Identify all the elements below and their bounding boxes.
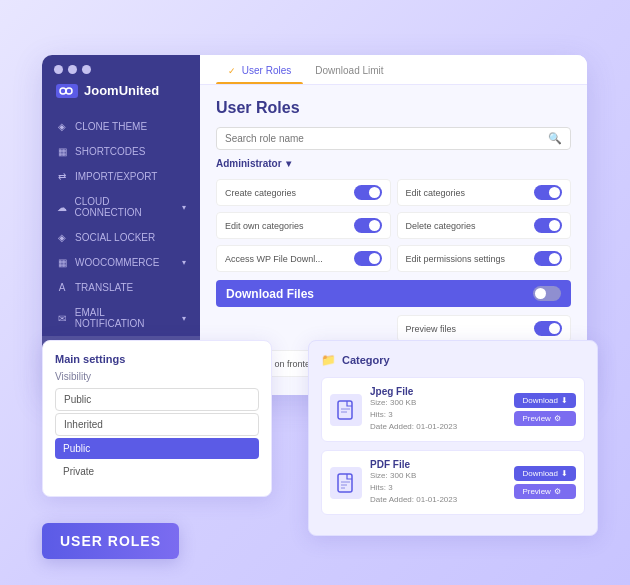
translate-icon: A (56, 282, 68, 293)
sidebar-item-import-export[interactable]: ⇄ IMPORT/EXPORT (42, 164, 200, 189)
tab-download-limit[interactable]: Download Limit (303, 55, 395, 84)
svg-point-1 (66, 88, 72, 94)
download-button-pdf[interactable]: Download ⬇ (514, 466, 576, 481)
sidebar-label-social: SOCIAL LOCKER (75, 232, 155, 243)
user-roles-badge: USER ROLES (42, 523, 179, 559)
woocommerce-icon: ▦ (56, 257, 68, 268)
perm-access-wp: Access WP File Downl... (216, 245, 391, 272)
tab-user-roles-label: User Roles (242, 65, 291, 76)
sidebar-item-email-notification[interactable]: ✉ EMAIL NOTIFICATION ▾ (42, 300, 200, 336)
file-meta-pdf: Size: 300 KB Hits: 3 Date Added: 01-01-2… (370, 470, 506, 506)
maximize-dot (82, 65, 91, 74)
sidebar-label-woo: WOOCOMMERCE (75, 257, 159, 268)
email-icon: ✉ (56, 313, 68, 324)
perm-edit-permissions: Edit permissions settings (397, 245, 572, 272)
toggle-create-categories[interactable] (354, 185, 382, 200)
main-settings-panel: Main settings Visibility Public Inherite… (42, 340, 272, 497)
social-locker-icon: ◈ (56, 232, 68, 243)
perm-delete-categories: Delete categories (397, 212, 572, 239)
sidebar-label-shortcodes: SHORTCODES (75, 146, 145, 157)
perm-edit-own-categories: Edit own categories (216, 212, 391, 239)
toggle-edit-perms[interactable] (534, 251, 562, 266)
chevron-down-icon-2: ▾ (182, 258, 186, 267)
toggle-access-wp[interactable] (354, 251, 382, 266)
visibility-public-selected[interactable]: Public (55, 438, 259, 459)
download-icon: ⬇ (561, 396, 568, 405)
role-selector[interactable]: Administrator ▾ (216, 158, 571, 169)
main-settings-title: Main settings (55, 353, 259, 365)
file-thumb-jpeg (330, 394, 362, 426)
tab-bar: ✓ User Roles Download Limit (200, 55, 587, 85)
perm-edit-categories: Edit categories (397, 179, 572, 206)
sidebar-item-cloud-connection[interactable]: ☁ CLOUD CONNECTION ▾ (42, 189, 200, 225)
file-item-pdf: PDF File Size: 300 KB Hits: 3 Date Added… (321, 450, 585, 515)
sidebar-item-shortcodes[interactable]: ▦ SHORTCODES (42, 139, 200, 164)
file-hits-pdf: Hits: 3 (370, 483, 393, 492)
window-controls (54, 65, 91, 74)
file-name-pdf: PDF File (370, 459, 506, 470)
file-name-jpeg: Jpeg File (370, 386, 506, 397)
visibility-label: Inherited (64, 419, 103, 430)
visibility-public-top[interactable]: Public (55, 388, 259, 411)
perm-label: Create categories (225, 188, 296, 198)
settings-icon: ⚙ (554, 414, 561, 423)
sidebar-item-translate[interactable]: A TRANSLATE (42, 275, 200, 300)
download-label-jpeg: Download (522, 396, 558, 405)
settings-icon-2: ⚙ (554, 487, 561, 496)
search-input[interactable] (225, 133, 548, 144)
tab-download-limit-label: Download Limit (315, 65, 383, 76)
tab-check-icon: ✓ (228, 66, 236, 76)
close-dot (54, 65, 63, 74)
perm-label: Delete categories (406, 221, 476, 231)
download-button-jpeg[interactable]: Download ⬇ (514, 393, 576, 408)
download-files-label: Download Files (226, 287, 314, 301)
visibility-inherited[interactable]: Inherited (55, 413, 259, 436)
category-header: 📁 Category (321, 353, 585, 367)
sidebar-label-email: EMAIL NOTIFICATION (75, 307, 175, 329)
chevron-down-icon-3: ▾ (182, 314, 186, 323)
preview-button-jpeg[interactable]: Preview ⚙ (514, 411, 576, 426)
toggle-edit-categories[interactable] (534, 185, 562, 200)
folder-icon: 📁 (321, 353, 336, 367)
sidebar-label-cloud: CLOUD CONNECTION (74, 196, 175, 218)
file-meta-jpeg: Size: 300 KB Hits: 3 Date Added: 01-01-2… (370, 397, 506, 433)
logo-icon (56, 84, 78, 98)
shortcodes-icon: ▦ (56, 146, 68, 157)
perm-create-categories: Create categories (216, 179, 391, 206)
perm-preview-files: Preview files (397, 315, 572, 342)
visibility-label: Public (63, 443, 90, 454)
minimize-dot (68, 65, 77, 74)
clone-theme-icon: ◈ (56, 121, 68, 132)
search-bar[interactable]: 🔍 (216, 127, 571, 150)
svg-point-0 (60, 88, 66, 94)
visibility-label: Private (63, 466, 94, 477)
svg-rect-2 (338, 401, 352, 419)
toggle-preview[interactable] (534, 321, 562, 336)
perm-label: Edit own categories (225, 221, 304, 231)
toggle-edit-own[interactable] (354, 218, 382, 233)
perm-label: Access WP File Downl... (225, 254, 323, 264)
category-title: Category (342, 354, 390, 366)
file-actions-pdf: Download ⬇ Preview ⚙ (514, 466, 576, 499)
svg-rect-5 (338, 474, 352, 492)
download-icon-2: ⬇ (561, 469, 568, 478)
sidebar-label-clone-theme: CLONE THEME (75, 121, 147, 132)
sidebar-item-woocommerce[interactable]: ▦ WOOCOMMERCE ▾ (42, 250, 200, 275)
file-date-jpeg: Date Added: 01-01-2023 (370, 422, 457, 431)
preview-label-jpeg: Preview (522, 414, 550, 423)
file-thumb-pdf (330, 467, 362, 499)
chevron-down-icon: ▾ (182, 203, 186, 212)
toggle-delete[interactable] (534, 218, 562, 233)
toggle-download-files[interactable] (533, 286, 561, 301)
visibility-private[interactable]: Private (55, 461, 259, 482)
visibility-label: Public (64, 394, 91, 405)
tab-user-roles[interactable]: ✓ User Roles (216, 55, 303, 84)
sidebar-item-clone-theme[interactable]: ◈ CLONE THEME (42, 114, 200, 139)
page-title: User Roles (216, 99, 571, 117)
permissions-grid: Create categories Edit categories Edit o… (216, 179, 571, 272)
sidebar-item-social-locker[interactable]: ◈ SOCIAL LOCKER (42, 225, 200, 250)
preview-button-pdf[interactable]: Preview ⚙ (514, 484, 576, 499)
sidebar-label-import-export: IMPORT/EXPORT (75, 171, 157, 182)
search-icon: 🔍 (548, 132, 562, 145)
import-export-icon: ⇄ (56, 171, 68, 182)
